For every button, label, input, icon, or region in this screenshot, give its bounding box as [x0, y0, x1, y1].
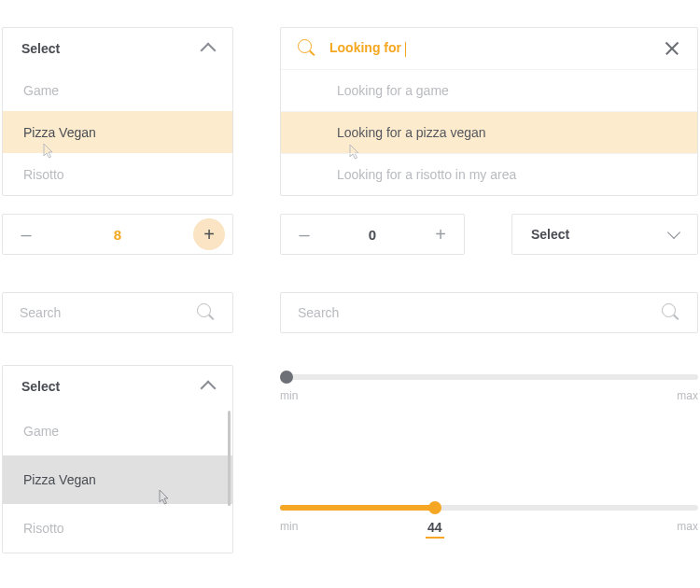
chevron-down-icon [667, 226, 680, 239]
option-label: Risotto [23, 521, 64, 536]
search-icon [298, 39, 316, 58]
stepper-minus-button[interactable]: – [288, 218, 320, 250]
dropdown-option[interactable]: Risotto [3, 504, 232, 553]
slider-min-label: min [280, 389, 298, 402]
option-label: Pizza Vegan [23, 472, 96, 487]
search-placeholder: Search [20, 305, 61, 320]
option-label: Pizza Vegan [23, 125, 96, 140]
select-closed[interactable]: Select [511, 214, 698, 255]
slider-min-label: min [280, 520, 298, 533]
search-input-wide[interactable]: Search [280, 292, 698, 333]
stepper-value: 8 [114, 227, 121, 243]
dropdown-option[interactable]: Pizza Vegan [3, 111, 232, 153]
stepper-mid[interactable]: – 0 + [280, 214, 465, 255]
option-label: Risotto [23, 167, 64, 182]
slider-max-label: max [677, 520, 698, 533]
autocomplete-input[interactable]: Looking for [329, 40, 651, 56]
text-caret [405, 42, 406, 57]
select-label: Select [531, 227, 569, 242]
option-label: Game [23, 424, 59, 439]
stepper-plus-button[interactable]: + [425, 218, 456, 250]
chevron-up-icon [201, 381, 217, 397]
search-icon [662, 303, 680, 322]
suggestion-label: Looking for a pizza vegan [337, 125, 486, 140]
slider-thumb[interactable] [280, 371, 293, 384]
slider-thumb[interactable] [428, 501, 441, 514]
select-header[interactable]: Select [3, 366, 232, 407]
select-dropdown-1[interactable]: Select Game Pizza Vegan Risotto [2, 27, 233, 196]
autocomplete-input-row[interactable]: Looking for [281, 28, 697, 69]
slider-min[interactable]: min max [280, 367, 698, 423]
dropdown-option[interactable]: Risotto [3, 153, 232, 195]
dropdown-option[interactable]: Game [3, 407, 232, 455]
autocomplete-suggestion[interactable]: Looking for a pizza vegan [281, 111, 697, 153]
search-icon [197, 303, 216, 322]
dropdown-option[interactable]: Game [3, 69, 232, 111]
scrollbar[interactable] [228, 411, 231, 506]
select-label: Select [21, 379, 60, 394]
suggestion-label: Looking for a game [337, 83, 449, 98]
slider-value-label: 44 [426, 520, 444, 539]
autocomplete-query: Looking for [329, 40, 401, 55]
stepper-left[interactable]: – 8 + [2, 214, 233, 255]
slider-single[interactable]: min max 44 [280, 497, 698, 553]
dropdown-option[interactable]: Pizza Vegan [3, 455, 232, 504]
stepper-plus-button[interactable]: + [193, 218, 225, 250]
suggestion-label: Looking for a risotto in my area [337, 167, 516, 182]
slider-fill [280, 505, 435, 511]
select-label: Select [21, 41, 60, 56]
search-placeholder: Search [298, 305, 339, 320]
search-input-small[interactable]: Search [2, 292, 233, 333]
chevron-up-icon [201, 43, 217, 59]
stepper-minus-button[interactable]: – [10, 218, 42, 250]
option-label: Game [23, 83, 59, 98]
autocomplete-suggestion[interactable]: Looking for a risotto in my area [281, 153, 697, 195]
clear-icon[interactable] [664, 40, 680, 57]
autocomplete-suggestion[interactable]: Looking for a game [281, 69, 697, 111]
slider-max-label: max [677, 389, 698, 402]
select-dropdown-2[interactable]: Select Game Pizza Vegan Risotto [2, 365, 233, 553]
autocomplete[interactable]: Looking for Looking for a game Looking f… [280, 27, 698, 196]
select-header[interactable]: Select [3, 28, 232, 69]
slider-track [280, 374, 698, 380]
stepper-value: 0 [369, 227, 376, 243]
